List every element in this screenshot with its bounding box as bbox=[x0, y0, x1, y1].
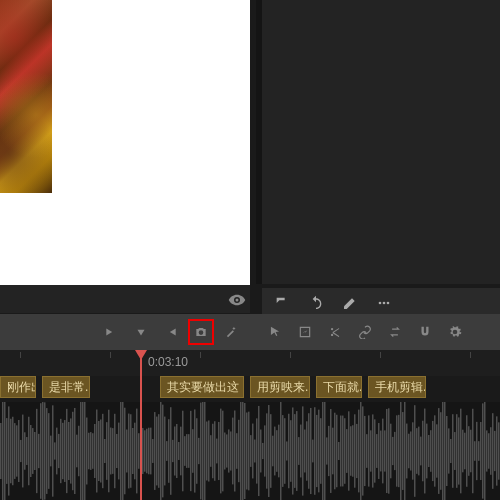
svg-rect-191 bbox=[370, 430, 372, 471]
svg-rect-90 bbox=[168, 419, 170, 483]
svg-rect-88 bbox=[164, 417, 166, 486]
svg-rect-172 bbox=[332, 428, 334, 475]
svg-rect-116 bbox=[220, 409, 222, 494]
svg-rect-231 bbox=[450, 439, 452, 463]
svg-rect-238 bbox=[464, 433, 466, 470]
svg-rect-239 bbox=[466, 415, 468, 486]
svg-rect-89 bbox=[166, 441, 168, 461]
svg-rect-167 bbox=[322, 402, 324, 500]
svg-rect-203 bbox=[394, 432, 396, 470]
corner-icon[interactable] bbox=[274, 295, 290, 311]
svg-rect-130 bbox=[248, 412, 250, 491]
svg-rect-79 bbox=[146, 429, 148, 474]
clip-item[interactable]: 是非常. bbox=[42, 376, 90, 398]
svg-rect-218 bbox=[424, 409, 426, 494]
svg-rect-18 bbox=[24, 432, 26, 469]
svg-rect-143 bbox=[274, 427, 276, 476]
svg-rect-9 bbox=[6, 418, 8, 484]
cut-tool-button[interactable] bbox=[322, 319, 348, 345]
swap-tool-button[interactable] bbox=[382, 319, 408, 345]
svg-rect-190 bbox=[368, 415, 370, 486]
snapshot-button[interactable] bbox=[188, 319, 214, 345]
svg-rect-179 bbox=[346, 429, 348, 473]
svg-rect-107 bbox=[202, 402, 204, 500]
clip-item[interactable]: 刚作出. bbox=[0, 376, 36, 398]
link-tool-button[interactable] bbox=[352, 319, 378, 345]
svg-rect-24 bbox=[36, 409, 38, 493]
svg-rect-175 bbox=[338, 442, 340, 460]
clip-item[interactable]: 其实要做出这 bbox=[160, 376, 244, 398]
svg-rect-44 bbox=[76, 435, 78, 468]
svg-rect-77 bbox=[142, 428, 144, 474]
svg-rect-70 bbox=[128, 414, 130, 489]
more-icon[interactable] bbox=[376, 295, 392, 311]
preview-footer bbox=[0, 285, 250, 313]
svg-rect-133 bbox=[254, 440, 256, 463]
svg-rect-145 bbox=[278, 425, 280, 478]
mark-down-button[interactable] bbox=[128, 319, 154, 345]
visibility-icon[interactable] bbox=[228, 291, 246, 309]
svg-rect-170 bbox=[328, 426, 330, 476]
timecode-ruler[interactable]: 0:03:10 bbox=[0, 350, 500, 376]
svg-rect-193 bbox=[374, 419, 376, 482]
svg-rect-162 bbox=[312, 440, 314, 463]
clip-item[interactable]: 下面就. bbox=[316, 376, 362, 398]
svg-rect-25 bbox=[38, 434, 40, 468]
svg-rect-141 bbox=[270, 414, 272, 488]
svg-rect-111 bbox=[210, 435, 212, 467]
svg-rect-50 bbox=[88, 433, 90, 470]
svg-rect-209 bbox=[406, 424, 408, 479]
svg-rect-252 bbox=[492, 413, 494, 489]
svg-rect-74 bbox=[136, 409, 138, 494]
svg-rect-118 bbox=[224, 433, 226, 470]
svg-rect-229 bbox=[446, 416, 448, 486]
svg-rect-55 bbox=[98, 421, 100, 481]
clip-item[interactable]: 用剪映来. bbox=[250, 376, 310, 398]
svg-rect-6 bbox=[0, 423, 2, 479]
mark-in-button[interactable] bbox=[98, 319, 124, 345]
svg-rect-53 bbox=[94, 424, 96, 478]
svg-rect-32 bbox=[52, 405, 54, 496]
svg-rect-158 bbox=[304, 430, 306, 473]
pencil-icon[interactable] bbox=[342, 295, 358, 311]
magnet-tool-button[interactable] bbox=[412, 319, 438, 345]
svg-rect-155 bbox=[298, 437, 300, 465]
svg-rect-7 bbox=[2, 402, 4, 500]
playhead[interactable] bbox=[140, 350, 142, 500]
svg-rect-92 bbox=[172, 440, 174, 462]
svg-rect-215 bbox=[418, 427, 420, 476]
svg-rect-114 bbox=[216, 439, 218, 464]
select-tool-button[interactable] bbox=[262, 319, 288, 345]
waveform-track[interactable] bbox=[0, 402, 500, 500]
mark-out-button[interactable] bbox=[158, 319, 184, 345]
svg-rect-62 bbox=[112, 428, 114, 474]
svg-rect-98 bbox=[184, 436, 186, 466]
svg-rect-222 bbox=[432, 421, 434, 481]
wand-button[interactable] bbox=[218, 319, 244, 345]
svg-rect-195 bbox=[378, 423, 380, 479]
settings-button[interactable] bbox=[442, 319, 468, 345]
svg-rect-173 bbox=[334, 413, 336, 490]
svg-rect-57 bbox=[102, 414, 104, 488]
edit-tool-button[interactable] bbox=[292, 319, 318, 345]
timecode-label: 0:03:10 bbox=[148, 355, 188, 369]
svg-rect-225 bbox=[438, 408, 440, 494]
svg-rect-248 bbox=[484, 402, 486, 500]
undo-icon[interactable] bbox=[308, 295, 324, 311]
svg-rect-183 bbox=[354, 414, 356, 487]
svg-rect-245 bbox=[478, 441, 480, 461]
svg-rect-176 bbox=[340, 416, 342, 487]
svg-rect-240 bbox=[468, 426, 470, 476]
svg-rect-38 bbox=[64, 420, 66, 482]
svg-rect-73 bbox=[134, 423, 136, 480]
clip-track[interactable]: 刚作出.是非常.其实要做出这用剪映来.下面就.手机剪辑. bbox=[0, 376, 500, 400]
svg-rect-16 bbox=[20, 440, 22, 462]
svg-rect-157 bbox=[302, 406, 304, 495]
svg-rect-51 bbox=[90, 432, 92, 470]
clip-item[interactable]: 手机剪辑. bbox=[368, 376, 426, 398]
svg-rect-20 bbox=[28, 417, 30, 486]
svg-rect-228 bbox=[444, 402, 446, 500]
svg-rect-63 bbox=[114, 414, 116, 488]
svg-rect-246 bbox=[480, 422, 482, 480]
svg-rect-106 bbox=[200, 403, 202, 500]
